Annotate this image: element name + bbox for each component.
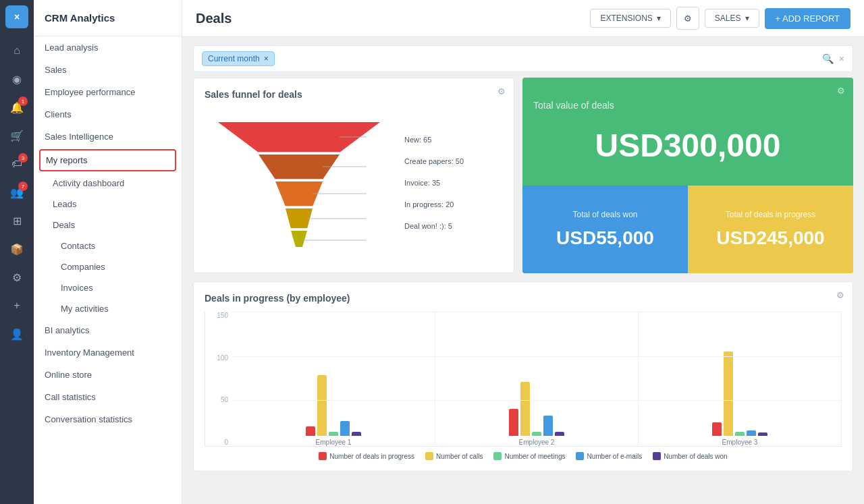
people-icon[interactable]: 👥 7 [5, 180, 29, 204]
add-icon[interactable]: + [5, 293, 29, 318]
funnel-container: New: 65 Create papers: 50 Invoice: 35 In… [205, 105, 503, 260]
funnel-chart [205, 109, 394, 257]
employee-1-group: Employee 1 [232, 312, 435, 446]
sidebar-item-call-statistics[interactable]: Call statistics [34, 386, 182, 408]
search-icon[interactable]: 🔍 [822, 53, 834, 64]
bar-e3-calls [724, 352, 733, 436]
employee-2-bars [441, 312, 632, 436]
employee-2-group: Employee 2 [435, 312, 639, 446]
chart-legend: Number of deals in progress Number of ca… [205, 452, 842, 460]
settings-icon[interactable]: ⚙ [5, 265, 29, 289]
bar-e2-deals-won [555, 432, 564, 436]
sales-chevron-icon: ▾ [745, 13, 749, 23]
bar-e2-meetings [532, 432, 541, 436]
sidebar-item-companies[interactable]: Companies [34, 256, 182, 277]
sidebar-item-online-store[interactable]: Online store [34, 364, 182, 386]
svg-marker-4 [291, 231, 307, 247]
user-circle-icon[interactable]: 👤 [5, 322, 29, 346]
tag-icon[interactable]: 🏷 3 [5, 152, 29, 176]
funnel-label-in-progress: In progress: 20 [404, 200, 464, 208]
add-report-button[interactable]: + ADD REPORT [765, 8, 850, 29]
legend-label-meetings: Number of meetings [504, 453, 565, 460]
legend-dot-deals-won [653, 452, 661, 460]
sidebar-item-clients[interactable]: Clients [34, 103, 182, 125]
funnel-label-new: New: 65 [404, 136, 464, 144]
filter-bar-right: 🔍 × [822, 53, 844, 64]
sidebar-item-deals[interactable]: Deals [34, 215, 182, 235]
employee-2-label: Employee 2 [519, 439, 555, 446]
sidebar-item-sales-intelligence[interactable]: Sales Intelligence [34, 125, 182, 148]
topbar-actions: EXTENSIONS ▾ ⚙ SALES ▾ + ADD REPORT [590, 7, 850, 30]
legend-label-deals-progress: Number of deals in progress [329, 453, 414, 460]
total-value-title: Total value of deals [531, 100, 614, 111]
sidebar-item-sales[interactable]: Sales [34, 59, 182, 81]
employee-3-label: Employee 3 [722, 439, 758, 446]
deals-won-value: USD55,000 [556, 227, 654, 249]
svg-marker-0 [218, 122, 380, 152]
bar-e3-emails [747, 430, 756, 436]
legend-deals-progress: Number of deals in progress [319, 452, 414, 460]
bar-e1-deals-progress [306, 426, 315, 436]
deals-won-panel: Total of deals won USD55,000 [522, 186, 688, 273]
sidebar-item-contacts[interactable]: Contacts [34, 235, 182, 256]
topbar: Deals EXTENSIONS ▾ ⚙ SALES ▾ + ADD REPOR… [182, 0, 864, 37]
filter-tag-current-month[interactable]: Current month × [202, 51, 275, 66]
legend-dot-meetings [493, 452, 502, 460]
sidebar-item-activity-dashboard[interactable]: Activity dashboard [34, 173, 182, 194]
box-icon[interactable]: 📦 [5, 237, 29, 261]
settings-gear-button[interactable]: ⚙ [676, 7, 699, 30]
employee-1-label: Employee 1 [316, 439, 352, 446]
total-sub-row: Total of deals won USD55,000 Total of de… [522, 186, 853, 273]
legend-label-deals-won: Number of deals won [664, 453, 728, 460]
top-panels: Sales funnel for deals ⚙ [193, 78, 853, 273]
home-icon[interactable]: ⌂ [5, 38, 29, 63]
bar-chart-area: 150 100 50 0 [205, 312, 842, 447]
chart-icon[interactable]: ◉ [5, 67, 29, 91]
legend-emails: Number of e-mails [576, 452, 642, 460]
cart-icon[interactable]: 🛒 [5, 123, 29, 148]
app-title: CRM Analytics [34, 0, 182, 36]
add-report-label: + ADD REPORT [776, 13, 840, 24]
sidebar-item-conversation-statistics[interactable]: Conversation statistics [34, 408, 182, 430]
sidebar-item-inventory[interactable]: Inventory Management [34, 341, 182, 364]
sidebar-item-employee-performance[interactable]: Employee performance [34, 81, 182, 103]
gear-icon: ⚙ [684, 13, 692, 24]
bar-e2-deals-progress [509, 409, 518, 436]
main-content: Deals EXTENSIONS ▾ ⚙ SALES ▾ + ADD REPOR… [182, 0, 864, 504]
legend-meetings: Number of meetings [493, 452, 565, 460]
bar-e3-deals-won [758, 432, 767, 436]
sidebar-item-my-activities[interactable]: My activities [34, 298, 182, 319]
bar-chart-panel: Deals in progress (by employee) ⚙ 150 10… [193, 281, 853, 472]
total-value-amount: USD300,000 [595, 127, 781, 164]
close-button[interactable]: × [5, 5, 28, 28]
y-axis-labels: 150 100 50 0 [205, 312, 231, 446]
sidebar-item-invoices[interactable]: Invoices [34, 277, 182, 298]
bar-e3-deals-progress [712, 422, 722, 436]
sales-label: SALES [715, 13, 741, 23]
legend-label-emails: Number of e-mails [587, 453, 642, 460]
funnel-label-invoice: Invoice: 35 [404, 179, 464, 187]
sales-button[interactable]: SALES ▾ [705, 9, 759, 28]
bar-e1-calls [317, 375, 327, 436]
deals-won-title: Total of deals won [572, 210, 637, 219]
grid-icon[interactable]: ⊞ [5, 208, 29, 233]
funnel-settings-gear-icon[interactable]: ⚙ [497, 86, 506, 96]
employee-3-group: Employee 3 [639, 312, 842, 446]
sidebar-item-lead-analysis[interactable]: Lead analysis [34, 36, 182, 59]
sidebar-item-bi-analytics[interactable]: BI analytics [34, 319, 182, 341]
sidebar-item-leads[interactable]: Leads [34, 194, 182, 215]
legend-dot-emails [576, 452, 584, 460]
bar-e1-deals-won [352, 432, 361, 436]
bar-chart-gear-icon[interactable]: ⚙ [836, 290, 844, 300]
svg-marker-2 [275, 181, 323, 206]
sidebar-item-my-reports[interactable]: My reports [39, 149, 176, 171]
filter-tag-close-icon[interactable]: × [264, 54, 269, 63]
filter-clear-icon[interactable]: × [839, 53, 844, 64]
bar-e1-emails [340, 421, 350, 436]
total-settings-gear-icon[interactable]: ⚙ [837, 86, 845, 96]
notification-icon[interactable]: 🔔 1 [5, 95, 29, 119]
grid-line-150 [232, 312, 842, 312]
funnel-label-create-papers: Create papers: 50 [404, 157, 464, 165]
tag-badge: 3 [18, 153, 28, 163]
extensions-button[interactable]: EXTENSIONS ▾ [590, 9, 670, 28]
